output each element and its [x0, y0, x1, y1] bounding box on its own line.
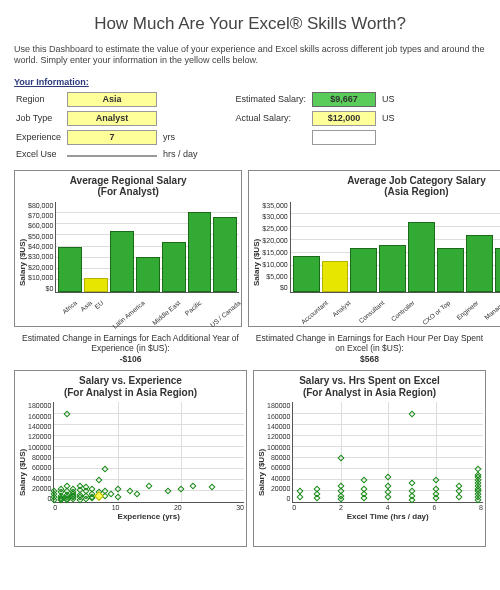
chart-jobcat-ylabel: Salary ($US): [251, 202, 262, 322]
bar: [408, 222, 435, 291]
region-input[interactable]: Asia: [67, 92, 157, 107]
data-point: [456, 493, 463, 500]
exp-delta-value: -$106: [14, 354, 247, 365]
scatter-excel-title-1: Salary vs. Hrs Spent on Excel: [256, 375, 483, 387]
act-salary-label: Actual Salary:: [236, 110, 311, 127]
act-salary-input[interactable]: $12,000: [312, 111, 376, 126]
data-point: [165, 488, 172, 495]
page-title: How Much Are Your Excel® Skills Worth?: [14, 14, 486, 34]
data-point: [63, 410, 70, 417]
data-point: [385, 482, 392, 489]
scatter-excel-xlabel: Excel Time (hrs / day): [292, 512, 483, 521]
chart-regional-title-2: (For Analyst): [17, 186, 239, 198]
scatter-exp-ylabel: Salary ($US): [17, 402, 28, 542]
data-point: [432, 477, 439, 484]
bar: [466, 235, 493, 292]
your-info-header: Your Information:: [14, 77, 486, 87]
chart-regional-ylabel: Salary ($US): [17, 202, 28, 322]
data-point: [297, 493, 304, 500]
inputs-table: Region Asia Job Type Analyst Experience …: [14, 89, 204, 162]
exceluse-input[interactable]: [67, 155, 157, 157]
data-point: [190, 482, 197, 489]
est-salary-value: $9,667: [312, 92, 376, 107]
chart-jobcat-title-1: Average Job Category Salary: [251, 175, 500, 187]
scatter-exp-xlabel: Experience (yrs): [53, 512, 244, 521]
experience-label: Experience: [16, 129, 65, 146]
data-point: [133, 491, 140, 498]
exceluse-unit: hrs / day: [163, 148, 202, 160]
jobtype-input[interactable]: Analyst: [67, 111, 157, 126]
bar: [188, 212, 212, 292]
jobtype-label: Job Type: [16, 110, 65, 127]
bar: [495, 248, 500, 292]
data-point: [95, 477, 102, 484]
blank-cell[interactable]: [312, 130, 376, 145]
est-salary-unit: US: [382, 91, 399, 108]
bar: [213, 217, 237, 291]
region-label: Region: [16, 91, 65, 108]
chart-salary-vs-excel: Salary vs. Hrs Spent on Excel (For Analy…: [253, 370, 486, 547]
bar: [379, 245, 406, 291]
exceluse-label: Excel Use: [16, 148, 65, 160]
chart-regional-salary: Average Regional Salary (For Analyst) Sa…: [14, 170, 242, 327]
bar: [110, 231, 134, 292]
chart-salary-vs-experience: Salary vs. Experience (For Analyst in As…: [14, 370, 247, 547]
data-point: [408, 479, 415, 486]
bar: [293, 256, 320, 292]
bar: [136, 257, 160, 292]
scatter-excel-title-2: (For Analyst in Asia Region): [256, 387, 483, 399]
chart-regional-title-1: Average Regional Salary: [17, 175, 239, 187]
est-salary-label: Estimated Salary:: [236, 91, 311, 108]
bar: [437, 248, 464, 292]
bar: [58, 247, 82, 292]
scatter-excel-ylabel: Salary ($US): [256, 402, 267, 542]
scatter-exp-title-2: (For Analyst in Asia Region): [17, 387, 244, 399]
bar: [322, 261, 349, 292]
data-point: [146, 482, 153, 489]
chart-jobcat-salary: Average Job Category Salary (Asia Region…: [248, 170, 500, 327]
excel-delta-note: Estimated Change in Earnings for Each Ho…: [253, 333, 486, 365]
data-point: [408, 410, 415, 417]
excel-delta-value: $568: [253, 354, 486, 365]
intro-text: Use this Dashboard to estimate the value…: [14, 44, 486, 67]
bar: [84, 278, 108, 292]
data-point: [101, 466, 108, 473]
data-point: [475, 466, 482, 473]
act-salary-unit: US: [382, 110, 399, 127]
chart-jobcat-title-2: (Asia Region): [251, 186, 500, 198]
scatter-exp-title-1: Salary vs. Experience: [17, 375, 244, 387]
exp-delta-note: Estimated Change in Earnings for Each Ad…: [14, 333, 247, 365]
bar: [350, 248, 377, 292]
data-point: [361, 477, 368, 484]
outputs-table: Estimated Salary: $9,667 US Actual Salar…: [234, 89, 401, 150]
data-point: [456, 482, 463, 489]
bar: [162, 242, 186, 292]
data-point: [337, 454, 344, 461]
experience-unit: yrs: [163, 129, 202, 146]
data-point: [114, 493, 121, 500]
experience-input[interactable]: 7: [67, 130, 157, 145]
